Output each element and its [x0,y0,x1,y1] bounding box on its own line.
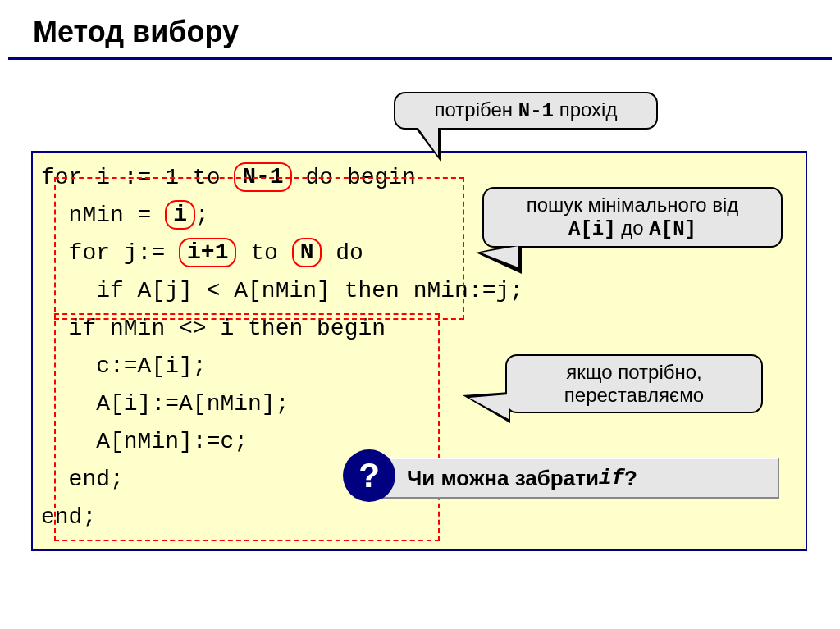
callout-r1-mono2: A[N] [649,218,696,240]
slide: Метод вибору for i := 1 to N-1 do begin … [0,0,840,629]
callout-r1-mid: до [616,217,650,239]
question-pre: Чи можна забрати [407,466,599,491]
question-mark-icon: ? [343,449,395,502]
question-post: ? [624,466,637,491]
callout-r2-line1: якщо потрібно, [520,361,748,384]
callout-swap-tail-fill [469,394,509,419]
callout-find-min: пошук мінімального від A[i] до A[N] [482,187,783,248]
callout-top-pre: потрібен [435,98,518,121]
slide-title: Метод вибору [33,15,840,49]
callout-top-post: прохід [554,98,617,121]
callout-r2-line2: переставляємо [520,384,748,407]
callout-findmin-tail-fill [481,246,518,267]
question-bar: Чи можна забрати if? [369,458,779,499]
callout-r1-line2: A[i] до A[N] [497,217,768,241]
callout-swap: якщо потрібно, переставляємо [505,354,763,413]
dashed-region-swap [54,313,440,541]
callout-r1-mono1: A[i] [568,218,616,240]
question-mono: if [599,466,624,490]
dashed-region-find-min [54,177,464,320]
callout-top-mono: N-1 [518,100,554,122]
callout-top-tail-fill [413,121,438,156]
title-rule [8,57,832,60]
callout-r1-line1: пошук мінімального від [497,194,768,217]
